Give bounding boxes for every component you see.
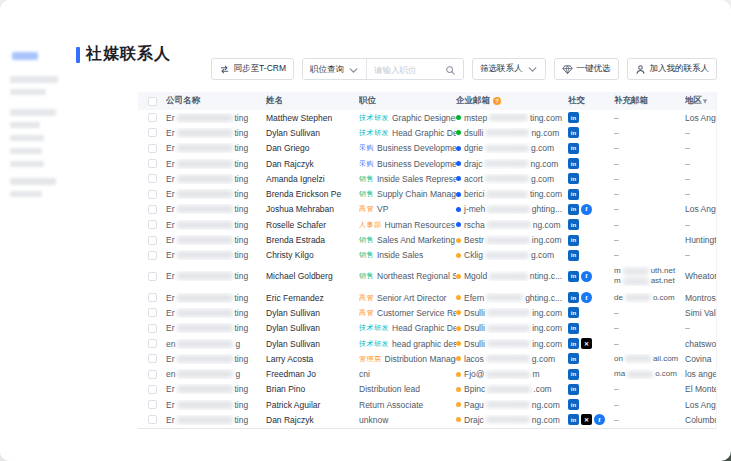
- row-checkbox[interactable]: [148, 144, 157, 153]
- table-row[interactable]: ErtingAmanda Ignelzi销售Inside Sales Repre…: [138, 171, 716, 186]
- empty-value: –: [614, 400, 619, 410]
- select-all-checkbox[interactable]: [148, 97, 157, 106]
- linkedin-icon[interactable]: in: [568, 271, 579, 282]
- supp-email-cell: –: [614, 189, 685, 199]
- row-checkbox[interactable]: [148, 385, 157, 394]
- row-checkbox[interactable]: [148, 128, 157, 137]
- linkedin-icon[interactable]: in: [568, 112, 579, 123]
- redacted-blur: [177, 160, 233, 168]
- sidebar-item-blurred[interactable]: [10, 161, 44, 167]
- table-row[interactable]: ErtingLarry Acosta管理层Distribution Manage…: [138, 351, 716, 366]
- search-icon[interactable]: [445, 65, 456, 76]
- table-header-row: 公司名称 姓名 职位 企业邮箱 ? 社交 补充邮箱 地区: [138, 92, 716, 110]
- sidebar-item-blurred[interactable]: [10, 89, 46, 95]
- sidebar-item-blurred[interactable]: [10, 191, 42, 197]
- add-to-my-contacts-button[interactable]: 加入我的联系人: [627, 58, 718, 80]
- row-checkbox[interactable]: [148, 205, 157, 214]
- linkedin-icon[interactable]: in: [568, 173, 579, 184]
- row-checkbox[interactable]: [148, 324, 157, 333]
- table-row[interactable]: engFreedman JocniFjo@minmao.comlos angel…: [138, 366, 716, 381]
- company-cell: Erting: [166, 271, 266, 281]
- filter-funnel-icon[interactable]: [702, 97, 708, 106]
- linkedin-icon[interactable]: in: [568, 204, 579, 215]
- table-row[interactable]: ErtingBrenda Estrada销售Sales And Marketin…: [138, 232, 716, 247]
- sidebar-item-blurred[interactable]: [10, 76, 58, 83]
- linkedin-icon[interactable]: in: [568, 292, 579, 303]
- sidebar-item-blurred[interactable]: [10, 148, 42, 154]
- linkedin-icon[interactable]: in: [568, 384, 579, 395]
- linkedin-icon[interactable]: in: [568, 219, 579, 230]
- linkedin-icon[interactable]: in: [568, 250, 579, 261]
- row-checkbox[interactable]: [148, 354, 157, 363]
- email-prefix: acort: [464, 174, 483, 184]
- contacts-table: 公司名称 姓名 职位 企业邮箱 ? 社交 补充邮箱 地区 ErtingMatth…: [138, 92, 717, 429]
- table-row[interactable]: ErtingBrenda Erickson Pe销售Supply Chain M…: [138, 186, 716, 201]
- sidebar-item-blurred[interactable]: [10, 178, 56, 185]
- linkedin-icon[interactable]: in: [568, 143, 579, 154]
- table-row[interactable]: ErtingDylan Sullivan高管Customer Service R…: [138, 305, 716, 320]
- table-row[interactable]: ErtingRoselle Schafer人事部Human Resources …: [138, 217, 716, 232]
- linkedin-icon[interactable]: in: [568, 338, 579, 349]
- company-suffix: ting: [235, 143, 249, 153]
- col-email-label: 企业邮箱: [456, 95, 490, 107]
- row-checkbox[interactable]: [148, 272, 157, 281]
- email-quality-icon[interactable]: ?: [493, 97, 501, 105]
- row-checkbox[interactable]: [148, 236, 157, 245]
- linkedin-icon[interactable]: in: [568, 235, 579, 246]
- table-row[interactable]: engDylan Sullivan技术研发head graphic design…: [138, 336, 716, 351]
- sidebar-item-blurred[interactable]: [10, 135, 44, 141]
- table-row[interactable]: ErtingDan RajczykunknowDrajcng.comin✕f–C…: [138, 412, 716, 427]
- facebook-icon[interactable]: f: [581, 292, 592, 303]
- position-search-input[interactable]: [374, 65, 438, 75]
- row-checkbox[interactable]: [148, 190, 157, 199]
- row-checkbox[interactable]: [148, 251, 157, 260]
- facebook-icon[interactable]: f: [594, 414, 605, 425]
- table-row[interactable]: ErtingDylan Sullivan技术研发Head Graphic Des…: [138, 321, 716, 336]
- table-row[interactable]: ErtingChristy Kilgo销售Inside SalesCkligg.…: [138, 248, 716, 263]
- table-row[interactable]: ErtingDylan Sullivan技术研发Head Graphic Des…: [138, 125, 716, 140]
- facebook-icon[interactable]: f: [581, 204, 592, 215]
- linkedin-icon[interactable]: in: [568, 414, 579, 425]
- row-checkbox[interactable]: [148, 400, 157, 409]
- table-row[interactable]: ErtingDan Rajczyk采购Business Development …: [138, 156, 716, 171]
- table-row[interactable]: ErtingDan Griego采购Business Development .…: [138, 141, 716, 156]
- position-cell: 高管VP: [359, 204, 456, 214]
- row-checkbox[interactable]: [148, 159, 157, 168]
- table-row[interactable]: ErtingJoshua Mehraban高管VPj-mehghting...i…: [138, 202, 716, 217]
- position-query-select[interactable]: 职位查询: [303, 59, 367, 80]
- row-checkbox[interactable]: [148, 220, 157, 229]
- sidebar-item-blurred[interactable]: [10, 122, 40, 128]
- row-checkbox[interactable]: [148, 339, 157, 348]
- contact-name-cell: Dylan Sullivan: [266, 308, 359, 318]
- table-row[interactable]: ErtingMatthew Stephen技术研发Graphic Designe…: [138, 110, 716, 125]
- row-checkbox[interactable]: [148, 370, 157, 379]
- linkedin-icon[interactable]: in: [568, 307, 579, 318]
- one-click-optimize-button[interactable]: 一键优选: [554, 58, 619, 80]
- x-twitter-icon[interactable]: ✕: [581, 414, 592, 425]
- row-checkbox[interactable]: [148, 174, 157, 183]
- sidebar-item-blurred[interactable]: [10, 109, 56, 116]
- linkedin-icon[interactable]: in: [568, 127, 579, 138]
- x-twitter-icon[interactable]: ✕: [581, 338, 592, 349]
- region-cell: Los Angeles: [685, 113, 716, 123]
- facebook-icon[interactable]: f: [581, 271, 592, 282]
- linkedin-icon[interactable]: in: [568, 399, 579, 410]
- table-row[interactable]: ErtingEric Fernandez高管Senior Art Directo…: [138, 290, 716, 305]
- linkedin-icon[interactable]: in: [568, 323, 579, 334]
- table-row[interactable]: ErtingBrian PinoDistribution leadBpinc.c…: [138, 382, 716, 397]
- table-row[interactable]: ErtingMichael Goldberg销售Northeast Region…: [138, 263, 716, 290]
- linkedin-icon[interactable]: in: [568, 369, 579, 380]
- row-checkbox[interactable]: [148, 415, 157, 424]
- row-checkbox[interactable]: [148, 308, 157, 317]
- redacted-blur: [627, 371, 653, 378]
- filter-contacts-dropdown[interactable]: 筛选联系人: [472, 58, 546, 80]
- row-checkbox[interactable]: [148, 293, 157, 302]
- row-checkbox[interactable]: [148, 113, 157, 122]
- linkedin-icon[interactable]: in: [568, 189, 579, 200]
- sidebar-item-active-blurred[interactable]: [12, 52, 38, 60]
- linkedin-icon[interactable]: in: [568, 353, 579, 364]
- linkedin-icon[interactable]: in: [568, 158, 579, 169]
- table-row[interactable]: ErtingPatrick AguilarReturn AssociatePag…: [138, 397, 716, 412]
- sync-to-tcrm-button[interactable]: 同步至T-CRM: [211, 58, 294, 80]
- position-cell: 销售Inside Sales Representa...: [359, 174, 456, 184]
